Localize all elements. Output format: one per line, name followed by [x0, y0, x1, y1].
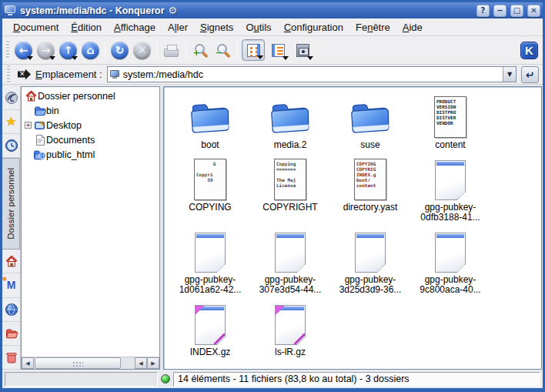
location-input[interactable]: system:/media/hdc ▼: [107, 66, 517, 82]
sidebar-tree-panel: Dossier personnelbin+DesktopDocumentspub…: [21, 86, 160, 370]
scroll-right-button[interactable]: ▶: [147, 357, 159, 369]
file-item[interactable]: gpg-pubkey-307e3d54-44...: [252, 228, 329, 295]
clear-location-icon[interactable]: ✕: [18, 69, 31, 80]
menu-dition[interactable]: Édition: [65, 20, 108, 35]
file-item[interactable]: gpg-pubkey-3d25d3d9-36...: [332, 228, 409, 295]
file-icon-view[interactable]: bootmedia.2susePRODUCT VERSION DISTPRO D…: [163, 86, 542, 370]
status-led-icon: [161, 374, 170, 384]
menu-fentre[interactable]: Fenêtre: [349, 20, 396, 35]
file-item[interactable]: INDEX.gz: [172, 300, 249, 357]
text-file-icon: [355, 233, 386, 273]
file-label: INDEX.gz: [190, 347, 231, 357]
tree-item-documents[interactable]: Documents: [23, 132, 159, 147]
status-text: 14 éléments - 11 fichiers (83,8 ko au to…: [173, 372, 540, 387]
sidebar-tab-root-folder-icon[interactable]: [2, 322, 20, 346]
file-item[interactable]: media.2: [252, 93, 329, 150]
file-item[interactable]: boot: [172, 93, 249, 150]
kde-logo: K: [520, 42, 538, 59]
zoom-in-button[interactable]: +: [190, 39, 211, 61]
file-label: COPYRIGHT: [262, 203, 317, 213]
menu-aller[interactable]: Aller: [162, 20, 194, 35]
locationbar-drag-handle[interactable]: [7, 65, 10, 84]
tree-item-desktop[interactable]: +Desktop: [23, 118, 159, 132]
up-button[interactable]: ↑: [58, 39, 79, 61]
print-button[interactable]: [161, 39, 182, 61]
maximize-button[interactable]: □: [510, 5, 523, 17]
window-monitor-icon: [5, 5, 16, 15]
tree-item-label: bin: [46, 106, 59, 116]
tree-item-label: public_html: [46, 149, 95, 160]
back-button[interactable]: ←: [13, 39, 34, 61]
toolbar-separator: [237, 41, 238, 59]
scroll-left-button-2[interactable]: ◀: [135, 357, 147, 369]
sidebar-tab-network-globe-icon[interactable]: [2, 298, 20, 322]
file-item[interactable]: gpg-pubkey-1d061a62-42...: [172, 228, 249, 295]
multicolumn-view-button[interactable]: [266, 39, 289, 61]
window-bottom-border: [2, 388, 543, 392]
scroll-left-button[interactable]: ◀: [22, 357, 34, 369]
titlebar: system:/media/hdc - Konqueror ⚙ ? − □ ✕: [2, 2, 543, 18]
close-button[interactable]: ✕: [527, 5, 540, 17]
scrollbar-track[interactable]: [121, 357, 135, 369]
window-title: system:/media/hdc - Konqueror: [20, 5, 165, 16]
sidebar-tab-home-icon[interactable]: [2, 250, 20, 273]
go-button[interactable]: ↵: [521, 66, 539, 83]
zoom-out-button[interactable]: −: [212, 39, 233, 61]
tree-item-label: Desktop: [46, 120, 82, 131]
tree-item-public_html[interactable]: public_html: [23, 147, 159, 162]
menu-affichage[interactable]: Affichage: [108, 20, 162, 35]
location-dropdown-arrow[interactable]: ▼: [503, 67, 516, 82]
forward-button[interactable]: →: [35, 39, 56, 61]
toolbar-drag-handle[interactable]: [6, 41, 9, 59]
text-file-icon: [195, 233, 226, 273]
reload-button[interactable]: ↻: [109, 39, 130, 61]
menu-outils[interactable]: Outils: [239, 20, 277, 35]
file-item[interactable]: G Copyri 59COPYING: [172, 156, 249, 213]
text-file-icon: [435, 160, 466, 200]
toolbar-separator: [186, 41, 186, 59]
sidebar-tab-web-globe-icon[interactable]: [2, 86, 20, 110]
tree-expander-icon[interactable]: +: [25, 122, 32, 129]
sidebar-tab-trash-icon[interactable]: [2, 346, 20, 370]
file-item[interactable]: gpg-pubkey-9c800aca-40...: [412, 228, 489, 295]
menu-aide[interactable]: Aide: [396, 20, 429, 35]
file-item[interactable]: Copying ======= The Maj LicenseCOPYRIGHT: [252, 156, 329, 213]
folder-icon: [269, 99, 312, 138]
tree-item-bin[interactable]: bin: [23, 103, 159, 118]
file-item[interactable]: COPYING COPYRIG INDEX.g boot/ contentdir…: [332, 156, 409, 213]
file-item[interactable]: ls-lR.gz: [252, 300, 329, 357]
konqueror-window: system:/media/hdc - Konqueror ⚙ ? − □ ✕ …: [0, 0, 545, 392]
gzip-file-icon: [275, 305, 306, 345]
file-item[interactable]: suse: [332, 93, 409, 150]
menu-document[interactable]: Document: [7, 20, 65, 35]
folder-web-icon: [33, 149, 46, 161]
gzip-file-icon: [195, 305, 226, 345]
tree-item-label: Documents: [46, 135, 95, 146]
icon-view-button[interactable]: [242, 39, 265, 61]
sidebar-tab-home-folder-active[interactable]: Dossier personnel: [2, 158, 20, 250]
text-file-icon: [435, 233, 466, 273]
tree-horizontal-scrollbar[interactable]: ◀ ◀ ▶: [22, 357, 159, 369]
home-button[interactable]: ⌂: [80, 39, 101, 61]
help-window-button[interactable]: ?: [476, 5, 490, 17]
sidebar-tab-bookmarks-star-icon[interactable]: ★: [2, 110, 20, 134]
menu-signets[interactable]: Signets: [194, 20, 239, 35]
file-item[interactable]: PRODUCT VERSION DISTPRO DISTVER VENDORco…: [412, 93, 489, 150]
sidebar-tab-history-clock-icon[interactable]: [2, 134, 20, 158]
file-label: directory.yast: [343, 203, 397, 213]
konqueror-gear-icon: ⚙: [169, 5, 178, 16]
folder-icon: [349, 99, 392, 138]
location-value[interactable]: system:/media/hdc: [123, 69, 500, 80]
minimize-button[interactable]: −: [493, 5, 507, 17]
stop-button[interactable]: ✕: [132, 39, 152, 61]
photobook-view-button[interactable]: [291, 39, 314, 61]
scrollbar-thumb[interactable]: [35, 357, 121, 369]
tree-item-dossierpersonnel[interactable]: Dossier personnel: [23, 89, 159, 103]
file-item[interactable]: gpg-pubkey-0dfb3188-41...: [412, 156, 489, 223]
text-file-icon: [275, 233, 306, 273]
menu-configuration[interactable]: Configuration: [278, 20, 349, 35]
file-label: gpg-pubkey-0dfb3188-41...: [413, 203, 488, 223]
sidebar-tab-metabar-icon[interactable]: ✱M: [2, 273, 20, 297]
file-label: gpg-pubkey-3d25d3d9-36...: [333, 275, 408, 295]
file-label: content: [435, 140, 465, 150]
